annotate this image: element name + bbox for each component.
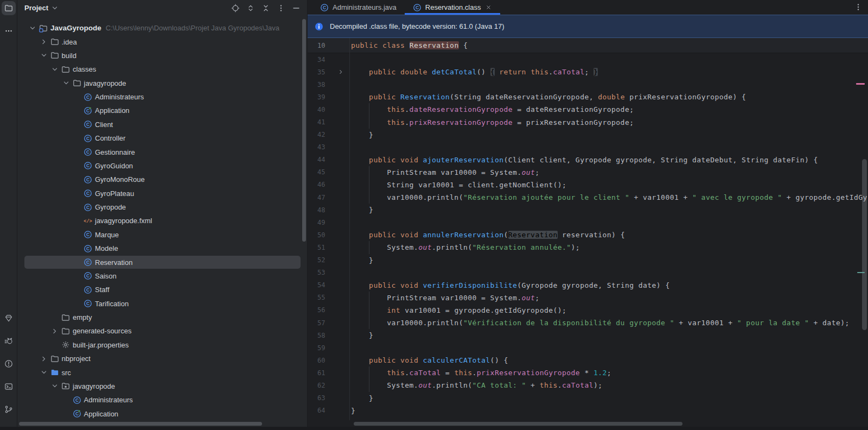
line-number: 42 xyxy=(308,131,334,138)
class-icon: C xyxy=(82,230,93,239)
chevron-down-icon[interactable] xyxy=(27,23,38,33)
code-line-64[interactable]: 64} xyxy=(308,404,868,417)
code-line-61[interactable]: 61 this.caTotal = this.prixReservationGy… xyxy=(308,366,868,379)
code-line-55[interactable]: 55 PrintStream var10000 = System.out; xyxy=(308,292,868,304)
version-control-tool-icon[interactable] xyxy=(2,402,16,416)
tree-item-reservation[interactable]: CReservation xyxy=(17,255,307,269)
chevron-down-icon[interactable] xyxy=(39,368,49,377)
tree-item-staff[interactable]: CStaff xyxy=(17,283,307,296)
class-icon: C xyxy=(82,258,93,267)
code-line-48[interactable]: 48 } xyxy=(308,204,868,216)
tree-item-javagyropode-fxml[interactable]: </>javagyropode.fxml xyxy=(17,214,307,227)
code-line-49[interactable]: 49 xyxy=(308,216,868,229)
tree-item-client[interactable]: CClient xyxy=(17,118,307,131)
chevron-right-icon[interactable] xyxy=(39,37,49,47)
stripe-top-group xyxy=(0,0,17,38)
code-line-54[interactable]: 54 public void verifierDisponibilite(Gyr… xyxy=(308,279,868,292)
tree-item-application[interactable]: CApplication xyxy=(17,407,307,421)
tree-item-administrateurs[interactable]: CAdministrateurs xyxy=(17,90,307,104)
project-view-selector[interactable]: Project xyxy=(24,4,59,12)
problems-tool-icon[interactable] xyxy=(2,357,16,371)
code-line-62[interactable]: 62 System.out.println("CA total: " + thi… xyxy=(308,379,868,391)
tree-item-idea[interactable]: .idea xyxy=(17,35,307,48)
expand-all-button[interactable] xyxy=(246,4,255,12)
code-line-51[interactable]: 51 System.out.println("Réservation annul… xyxy=(308,241,868,254)
code-line-39[interactable]: 39 public Reservation(String dateReserva… xyxy=(308,91,868,103)
tree-item-gyromonoroue[interactable]: CGyroMonoRoue xyxy=(17,173,307,186)
chevron-down-icon[interactable] xyxy=(61,79,72,88)
close-tab-icon[interactable] xyxy=(485,4,492,11)
project-vertical-scrollbar[interactable] xyxy=(302,19,306,242)
hide-button[interactable] xyxy=(292,4,301,12)
tree-item-javagyropode[interactable]: javagyropode xyxy=(17,77,307,90)
code-line-46[interactable]: 46 String var10001 = client.getNomClient… xyxy=(308,179,868,191)
chevron-right-icon[interactable] xyxy=(39,354,49,363)
ide-window: Project JavaGyropodeC:\Users\lenny\Downl… xyxy=(0,0,868,430)
code-line-35[interactable]: 35 public double detCaTotal() { return t… xyxy=(308,66,868,78)
project-horizontal-scrollbar[interactable] xyxy=(19,422,262,426)
tree-item-controller[interactable]: CController xyxy=(17,131,307,145)
tab-administrateurs-java[interactable]: CAdministrateurs.java xyxy=(312,0,405,15)
code-line-47[interactable]: 47 var10000.println("Réservation ajoutée… xyxy=(308,191,868,204)
terminal-tool-icon[interactable] xyxy=(2,380,16,394)
code-line-41[interactable]: 41 this.prixReservationGyropode = prixRe… xyxy=(308,116,868,128)
tree-item-label: Saison xyxy=(95,272,117,280)
tree-item-gyroguidon[interactable]: CGyroGuidon xyxy=(17,159,307,173)
tree-item-administrateurs[interactable]: CAdministrateurs xyxy=(17,393,307,407)
svg-text:C: C xyxy=(86,260,90,265)
code-line-42[interactable]: 42 } xyxy=(308,129,868,141)
tree-item-modele[interactable]: CModele xyxy=(17,242,307,255)
more-tool-windows-icon[interactable] xyxy=(2,24,16,38)
tree-item-empty[interactable]: empty xyxy=(17,311,307,324)
folded-region: } xyxy=(593,68,598,76)
code-line-50[interactable]: 50 public void annulerReservation(Reserv… xyxy=(308,229,868,241)
tree-item-tarification[interactable]: CTarification xyxy=(17,297,307,311)
tree-item-marque[interactable]: CMarque xyxy=(17,228,307,242)
options-button[interactable] xyxy=(277,4,285,12)
code-line-57[interactable]: 57 var10000.println("Vérification de la … xyxy=(308,317,868,329)
gem-tool-icon[interactable] xyxy=(2,311,16,325)
code-line-58[interactable]: 58 } xyxy=(308,329,868,342)
code-line-44[interactable]: 44 public void ajouterReservation(Client… xyxy=(308,154,868,166)
folder-icon xyxy=(60,313,71,322)
tree-item-javagyropode[interactable]: javagyropode xyxy=(17,380,307,393)
tree-item-javagyropode[interactable]: JavaGyropodeC:\Users\lenny\Downloads\Pro… xyxy=(17,21,307,35)
code-line-38[interactable]: 38 xyxy=(308,78,868,91)
tree-item-application[interactable]: CApplication xyxy=(17,104,307,117)
tree-item-gyroplateau[interactable]: CGyroPlateau xyxy=(17,187,307,200)
cat-tool-icon[interactable] xyxy=(2,334,16,348)
code-line-52[interactable]: 52 } xyxy=(308,254,868,267)
chevron-down-icon[interactable] xyxy=(49,65,60,74)
tree-item-build[interactable]: build xyxy=(17,49,307,62)
tab-reservation-class[interactable]: CReservation.class xyxy=(405,0,501,15)
chevron-down-icon[interactable] xyxy=(49,382,60,391)
code-line-56[interactable]: 56 int var10001 = gyropode.getIdGyropode… xyxy=(308,304,868,317)
collapse-all-button[interactable] xyxy=(261,4,270,12)
tree-item-src[interactable]: src xyxy=(17,365,307,379)
tree-item-classes[interactable]: classes xyxy=(17,62,307,76)
code-line-34[interactable]: 34 xyxy=(308,53,868,66)
chevron-down-icon[interactable] xyxy=(39,51,49,60)
locate-button[interactable] xyxy=(231,4,240,12)
tree-item-built-jar-properties[interactable]: built-jar.properties xyxy=(17,338,307,352)
tree-item-saison[interactable]: CSaison xyxy=(17,269,307,283)
code-line-45[interactable]: 45 PrintStream var10000 = System.out; xyxy=(308,166,868,179)
fold-marker-icon[interactable] xyxy=(334,68,348,75)
project-tool-icon[interactable] xyxy=(2,1,16,15)
code-line-43[interactable]: 43 xyxy=(308,141,868,154)
tree-item-gyropode[interactable]: CGyropode xyxy=(17,200,307,214)
chevron-right-icon[interactable] xyxy=(49,326,60,336)
editor-vertical-scrollbar[interactable] xyxy=(862,159,867,330)
code-line-59[interactable]: 59 xyxy=(308,342,868,354)
tree-item-label: Staff xyxy=(95,286,110,294)
code-line-40[interactable]: 40 this.dateReservationGyropode = dateRe… xyxy=(308,103,868,116)
code-line-53[interactable]: 53 xyxy=(308,267,868,279)
tree-item-gestionnaire[interactable]: CGestionnaire xyxy=(17,145,307,159)
tree-item-nbproject[interactable]: nbproject xyxy=(17,352,307,365)
editor-horizontal-scrollbar[interactable] xyxy=(354,422,682,426)
editor-options-icon[interactable] xyxy=(854,3,863,11)
code-line-60[interactable]: 60 public void calculerCATotal() { xyxy=(308,354,868,366)
code-line-63[interactable]: 63 } xyxy=(308,392,868,404)
code-line-10[interactable]: 10public class Reservation { xyxy=(308,38,868,53)
tree-item-generated-sources[interactable]: generated-sources xyxy=(17,324,307,338)
